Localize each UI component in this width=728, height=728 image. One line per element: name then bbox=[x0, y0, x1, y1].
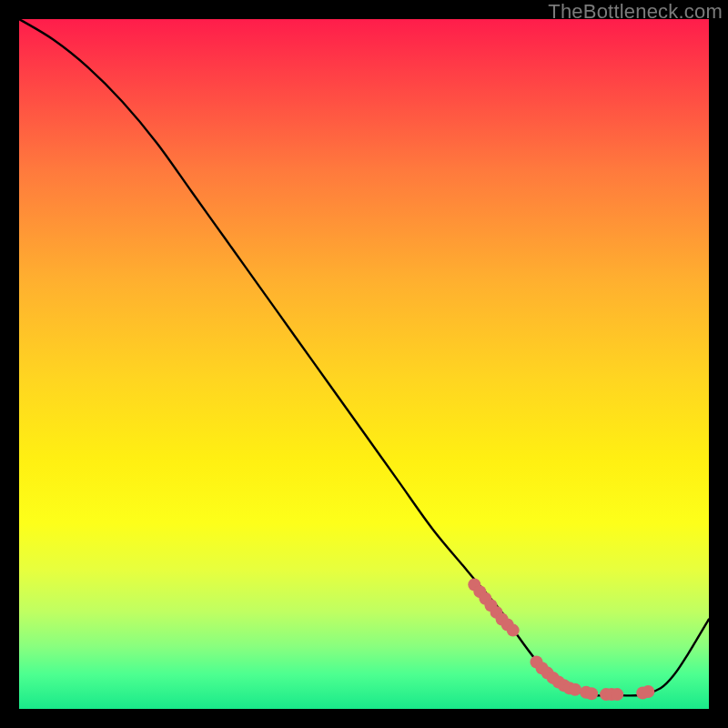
marker-dot bbox=[611, 688, 623, 701]
plot-area bbox=[19, 19, 709, 709]
curve-path bbox=[19, 19, 709, 695]
markers-group bbox=[468, 579, 654, 702]
curve-path-group bbox=[19, 19, 709, 695]
watermark-text: TheBottleneck.com bbox=[548, 0, 723, 24]
marker-dot bbox=[642, 685, 654, 698]
marker-dot bbox=[585, 687, 598, 700]
chart-frame: TheBottleneck.com bbox=[0, 0, 728, 728]
chart-svg bbox=[19, 19, 709, 709]
marker-dot bbox=[507, 624, 520, 637]
marker-dot bbox=[569, 683, 581, 696]
